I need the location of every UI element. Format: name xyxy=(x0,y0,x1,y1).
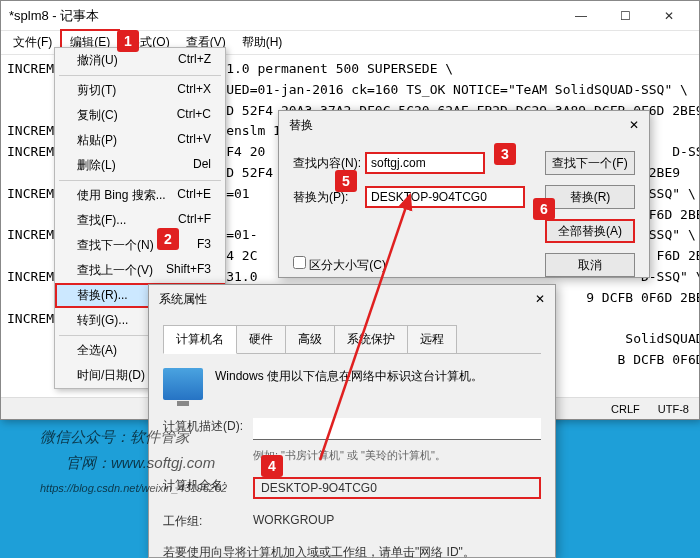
dd-cut[interactable]: 剪切(T)Ctrl+X xyxy=(55,78,225,103)
badge-5: 5 xyxy=(335,170,357,192)
replaceall-button[interactable]: 全部替换(A) xyxy=(545,219,635,243)
sysprop-titlebar: 系统属性 ✕ xyxy=(149,285,555,313)
badge-3: 3 xyxy=(494,143,516,165)
watermark: 微信公众号：软件管家 官网：www.softgj.com https://blo… xyxy=(40,424,227,498)
fullname-value: DESKTOP-9O4TCG0 xyxy=(253,477,541,499)
computer-icon xyxy=(163,368,203,400)
desc-input[interactable] xyxy=(253,418,541,440)
workgroup-label: 工作组: xyxy=(163,513,253,530)
minimize-button[interactable]: — xyxy=(559,1,603,31)
dd-findnext[interactable]: 查找下一个(N)F3 xyxy=(55,233,225,258)
notepad-title: *splm8 - 记事本 xyxy=(9,7,559,25)
tab-hardware[interactable]: 硬件 xyxy=(236,325,286,353)
badge-2: 2 xyxy=(157,228,179,250)
replace-dialog: 替换 ✕ 查找内容(N): 查找下一个(F) 替换为(P): 替换(R) 全部替… xyxy=(278,110,650,278)
replace-close-icon[interactable]: ✕ xyxy=(629,118,639,132)
replace-button[interactable]: 替换(R) xyxy=(545,185,635,209)
notepad-titlebar: *splm8 - 记事本 — ☐ ✕ xyxy=(1,1,699,31)
badge-6: 6 xyxy=(533,198,555,220)
sysprop-intro: Windows 使用以下信息在网络中标识这台计算机。 xyxy=(215,368,483,385)
findnext-button[interactable]: 查找下一个(F) xyxy=(545,151,635,175)
tab-protection[interactable]: 系统保护 xyxy=(334,325,408,353)
replace-title: 替换 xyxy=(289,117,313,134)
maximize-button[interactable]: ☐ xyxy=(603,1,647,31)
sysprop-tabs: 计算机名 硬件 高级 系统保护 远程 xyxy=(163,325,541,354)
matchcase-checkbox[interactable]: 区分大小写(C) xyxy=(293,256,386,274)
tab-advanced[interactable]: 高级 xyxy=(285,325,335,353)
sysprop-dialog: 系统属性 ✕ 计算机名 硬件 高级 系统保护 远程 Windows 使用以下信息… xyxy=(148,284,556,558)
find-label: 查找内容(N): xyxy=(293,155,365,172)
status-encoding: UTF-8 xyxy=(658,403,689,415)
dd-paste[interactable]: 粘贴(P)Ctrl+V xyxy=(55,128,225,153)
wizard-text: 若要使用向导将计算机加入域或工作组，请单击"网络 ID"。 xyxy=(163,544,541,558)
close-button[interactable]: ✕ xyxy=(647,1,691,31)
replace-titlebar: 替换 ✕ xyxy=(279,111,649,139)
dd-find[interactable]: 查找(F)...Ctrl+F xyxy=(55,208,225,233)
tab-computername[interactable]: 计算机名 xyxy=(163,325,237,354)
menu-file[interactable]: 文件(F) xyxy=(5,31,60,54)
dd-delete[interactable]: 删除(L)Del xyxy=(55,153,225,178)
badge-4: 4 xyxy=(261,455,283,477)
dd-undo[interactable]: 撤消(U)Ctrl+Z xyxy=(55,48,225,73)
dd-copy[interactable]: 复制(C)Ctrl+C xyxy=(55,103,225,128)
tab-remote[interactable]: 远程 xyxy=(407,325,457,353)
cancel-button[interactable]: 取消 xyxy=(545,253,635,277)
sysprop-title: 系统属性 xyxy=(159,291,207,308)
dd-findprev[interactable]: 查找上一个(V)Shift+F3 xyxy=(55,258,225,283)
find-input[interactable] xyxy=(365,152,485,174)
sysprop-close-icon[interactable]: ✕ xyxy=(535,292,545,306)
status-crlf: CRLF xyxy=(611,403,640,415)
replace-input[interactable] xyxy=(365,186,525,208)
menu-help[interactable]: 帮助(H) xyxy=(234,31,291,54)
dd-bing[interactable]: 使用 Bing 搜索...Ctrl+E xyxy=(55,183,225,208)
workgroup-value: WORKGROUP xyxy=(253,513,541,530)
badge-1: 1 xyxy=(117,30,139,52)
